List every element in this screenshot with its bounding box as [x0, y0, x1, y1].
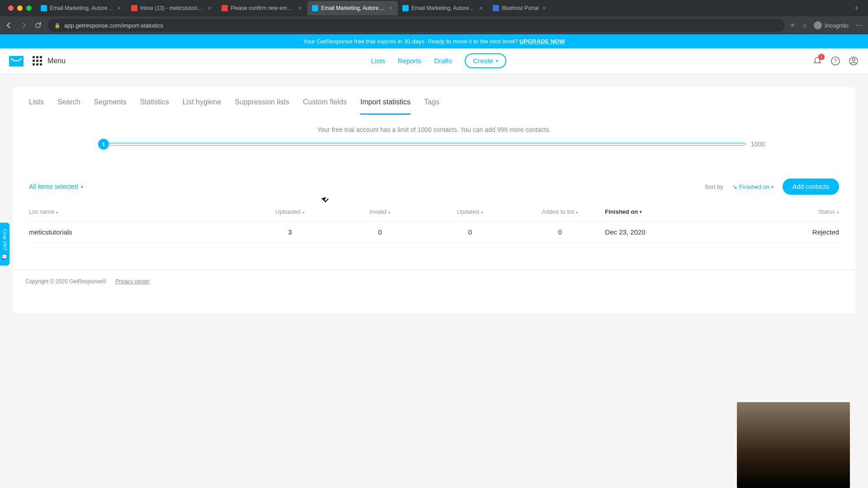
tab-custom[interactable]: Custom fields: [303, 98, 347, 115]
menu-button[interactable]: Menu: [33, 56, 66, 66]
top-nav: Menu Lists Reports Drafts Create ▾ 1 ?: [0, 48, 868, 74]
chat-tab[interactable]: Chat 24/7 💬: [0, 223, 9, 266]
tab-title: Bluehost Portal: [502, 5, 538, 11]
trial-banner: Your GetResponse free trial expires in 3…: [0, 34, 868, 48]
tab-close[interactable]: ×: [478, 5, 484, 12]
notification-badge: 1: [818, 54, 825, 60]
chat-icon: 💬: [2, 253, 8, 259]
tab-tags[interactable]: Tags: [424, 98, 439, 115]
url-input[interactable]: 🔒 app.getresponse.com/import-statistics: [48, 19, 784, 32]
cell-finished: Dec 23, 2020: [605, 228, 722, 236]
cell-invalid: 0: [335, 228, 425, 236]
tab-title: Please confirm new email addr: [231, 5, 295, 11]
browser-menu[interactable]: ⋮: [855, 22, 863, 29]
th-uploaded[interactable]: Uploaded▴: [245, 208, 335, 215]
eye-icon[interactable]: 👁: [790, 22, 796, 29]
th-finished[interactable]: Finished on▾: [605, 208, 722, 215]
browser-tab[interactable]: Inbox (13) - meticstutorials@g×: [127, 1, 217, 15]
tab-title: Email Marketing, Autoresponde: [411, 5, 476, 11]
tab-title: Email Marketing, Autoresponde: [321, 5, 385, 11]
favicon: [493, 5, 499, 11]
th-invalid[interactable]: Invalid▴: [335, 208, 425, 215]
table-header-row: List name▴ Uploaded▴ Invalid▴ Updated▴ A…: [29, 202, 839, 222]
forward-button[interactable]: [19, 21, 28, 30]
sort-label: Sort by: [705, 183, 723, 190]
privacy-link[interactable]: Privacy center: [115, 278, 150, 285]
favicon: [131, 5, 137, 11]
close-window[interactable]: [8, 5, 14, 11]
browser-tab[interactable]: Email Marketing, Autoresponde×: [398, 1, 488, 15]
tab-close[interactable]: ×: [388, 5, 393, 12]
reload-button[interactable]: [33, 21, 42, 30]
nav-lists[interactable]: Lists: [371, 57, 385, 65]
sort-dropdown[interactable]: ↘ Finished on ▾: [732, 183, 774, 190]
browser-tab[interactable]: Please confirm new email addr×: [217, 1, 307, 15]
minimize-window[interactable]: [17, 5, 23, 11]
table-row[interactable]: meticstutorials 3 0 0 0 Dec 23, 2020 Rej…: [29, 222, 839, 243]
chevron-down-icon: ▾: [496, 58, 498, 63]
trial-limit-text: Your free trial account has a limit of 1…: [13, 115, 855, 137]
progress-current: 1: [98, 139, 109, 150]
select-all-dropdown[interactable]: All items selected ▾: [29, 183, 83, 190]
incognito-icon: [814, 21, 822, 29]
browser-tab[interactable]: Email Marketing, Autoresponde×: [36, 1, 127, 15]
sort-arrow-icon: ↘: [732, 183, 737, 190]
account-button[interactable]: [848, 56, 859, 66]
back-button[interactable]: [5, 21, 14, 30]
tab-hygiene[interactable]: List hygiene: [183, 98, 221, 115]
page-content: Lists Search Segments Statistics List hy…: [0, 74, 868, 327]
cell-status: Rejected: [722, 228, 839, 236]
nav-drafts[interactable]: Drafts: [434, 57, 452, 65]
contact-progress: 1 1000: [13, 137, 855, 160]
th-updated[interactable]: Updated▴: [425, 208, 515, 215]
main-card: Lists Search Segments Statistics List hy…: [13, 87, 855, 313]
browser-tab[interactable]: Email Marketing, Autoresponde×: [307, 1, 398, 15]
bookmark-icon[interactable]: ☆: [802, 22, 807, 29]
create-button[interactable]: Create ▾: [465, 53, 506, 68]
tab-title: Inbox (13) - meticstutorials@g: [140, 5, 204, 11]
progress-bar: 1: [103, 143, 745, 145]
maximize-window[interactable]: [26, 5, 32, 11]
cell-added: 0: [515, 228, 605, 236]
footer: Copyright © 2020 GetResponse® Privacy ce…: [13, 270, 855, 293]
lock-icon: 🔒: [54, 23, 61, 28]
svg-point-3: [852, 58, 855, 61]
browser-tab[interactable]: Bluehost Portal×: [488, 1, 552, 15]
tab-close[interactable]: ×: [541, 5, 547, 12]
tab-lists[interactable]: Lists: [29, 98, 44, 115]
cell-uploaded: 3: [245, 228, 335, 236]
getresponse-logo[interactable]: [9, 56, 24, 66]
th-added[interactable]: Added to list▴: [515, 208, 605, 215]
svg-text:?: ?: [834, 58, 837, 64]
th-list-name[interactable]: List name▴: [29, 208, 245, 215]
add-contacts-button[interactable]: Add contacts: [783, 178, 839, 195]
tab-close[interactable]: ×: [297, 5, 303, 12]
incognito-indicator[interactable]: Incognito: [814, 21, 849, 29]
copyright: Copyright © 2020 GetResponse®: [25, 278, 106, 285]
tab-search[interactable]: Search: [57, 98, 80, 115]
nav-reports[interactable]: Reports: [398, 57, 422, 65]
tab-title: Email Marketing, Autoresponde: [50, 5, 114, 11]
cell-updated: 0: [425, 228, 515, 236]
chevron-down-icon: ▾: [81, 184, 83, 189]
tab-close[interactable]: ×: [117, 5, 122, 12]
help-button[interactable]: ?: [830, 56, 841, 66]
notifications-button[interactable]: 1: [812, 56, 823, 66]
favicon: [222, 5, 228, 11]
favicon: [312, 5, 318, 11]
tab-statistics[interactable]: Statistics: [140, 98, 169, 115]
tab-close[interactable]: ×: [207, 5, 212, 12]
new-tab-button[interactable]: +: [849, 4, 864, 13]
tab-suppression[interactable]: Suppression lists: [235, 98, 289, 115]
address-bar: 🔒 app.getresponse.com/import-statistics …: [0, 16, 868, 34]
sub-tabs: Lists Search Segments Statistics List hy…: [13, 98, 855, 115]
browser-chrome: Email Marketing, Autoresponde×Inbox (13)…: [0, 0, 868, 34]
th-status[interactable]: Status▴: [722, 208, 839, 215]
tab-segments[interactable]: Segments: [94, 98, 127, 115]
upgrade-link[interactable]: UPGRADE NOW: [519, 38, 565, 45]
url-text: app.getresponse.com/import-statistics: [64, 22, 163, 29]
import-table: List name▴ Uploaded▴ Invalid▴ Updated▴ A…: [13, 202, 855, 243]
window-controls: [4, 5, 36, 11]
table-toolbar: All items selected ▾ Sort by ↘ Finished …: [13, 160, 855, 202]
tab-import-statistics[interactable]: Import statistics: [360, 98, 410, 115]
